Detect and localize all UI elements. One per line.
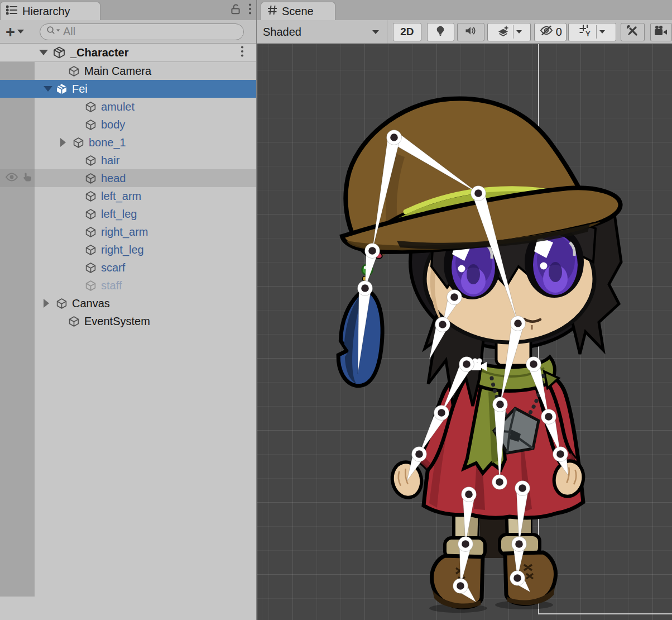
unity-scene-icon bbox=[52, 46, 66, 59]
scene-visibility-button[interactable]: 0 bbox=[534, 23, 567, 41]
hierarchy-item-staff[interactable]: staff bbox=[0, 276, 256, 294]
hierarchy-item-left-arm[interactable]: left_arm bbox=[0, 187, 256, 205]
bone-joint-core bbox=[556, 450, 564, 458]
hierarchy-tabbar: Hierarchy bbox=[0, 0, 256, 20]
scene-effects-dropdown[interactable] bbox=[487, 23, 531, 41]
bone-tassel-3[interactable] bbox=[358, 288, 371, 374]
bone-spine-1[interactable] bbox=[500, 322, 524, 404]
2d-mode-button[interactable]: 2D bbox=[393, 23, 421, 41]
scene-name-label: _Character bbox=[70, 46, 129, 59]
hierarchy-search-field[interactable] bbox=[40, 23, 244, 40]
hierarchy-item-main-camera[interactable]: Main Camera bbox=[0, 62, 256, 80]
gameobject-cube-icon bbox=[85, 190, 97, 202]
grid-axis-icon: Y bbox=[579, 24, 593, 40]
hierarchy-tree: Main Camera Fei amulet body bone_1 hair bbox=[0, 62, 256, 597]
search-icon bbox=[46, 25, 61, 38]
bone-joint-core bbox=[462, 540, 469, 548]
hierarchy-item-fei[interactable]: Fei bbox=[0, 80, 256, 98]
gameobject-cube-icon bbox=[85, 244, 97, 256]
gameobject-cube-icon bbox=[85, 262, 97, 274]
bone-joint-core bbox=[465, 490, 473, 498]
hierarchy-item-eventsystem[interactable]: EventSystem bbox=[0, 312, 256, 330]
bone-joint-core bbox=[514, 319, 522, 327]
collapsed-arrow-icon[interactable] bbox=[60, 138, 66, 147]
bone-joint-core bbox=[368, 247, 376, 255]
bone-joint-core bbox=[415, 450, 423, 458]
scene-grid-icon bbox=[267, 4, 278, 18]
gameobject-cube-icon bbox=[73, 137, 84, 149]
bone-joint-core bbox=[450, 293, 458, 301]
scene-lighting-button[interactable] bbox=[427, 23, 454, 41]
bone-joint-core bbox=[457, 582, 464, 590]
hierarchy-panel: Hierarchy + bbox=[0, 0, 257, 620]
bone-right-leg-1[interactable] bbox=[516, 488, 529, 544]
bone-joint-core bbox=[463, 360, 471, 368]
visibility-eye-icon[interactable] bbox=[5, 173, 18, 184]
scene-tabbar: Scene bbox=[257, 0, 672, 20]
hierarchy-item-bone-1[interactable]: bone_1 bbox=[0, 133, 256, 151]
scene-asset-header[interactable]: _Character bbox=[0, 44, 256, 62]
wrench-pencil-icon bbox=[626, 24, 639, 40]
scene-options-kebab-icon[interactable] bbox=[241, 45, 244, 60]
gameobject-cube-icon bbox=[85, 155, 97, 166]
tab-hierarchy[interactable]: Hierarchy bbox=[0, 2, 100, 20]
bone-joint-core bbox=[438, 409, 445, 417]
gameobject-cube-icon bbox=[85, 101, 97, 113]
hierarchy-item-right-arm[interactable]: right_arm bbox=[0, 223, 256, 241]
scene-camera-button[interactable] bbox=[650, 23, 672, 41]
scene-audio-button[interactable] bbox=[457, 23, 484, 41]
hierarchy-item-left-leg[interactable]: left_leg bbox=[0, 205, 256, 223]
collapsed-arrow-icon[interactable] bbox=[44, 299, 49, 308]
gameobject-cube-icon bbox=[85, 208, 97, 220]
gameobject-cube-icon bbox=[85, 119, 97, 131]
search-input[interactable] bbox=[63, 25, 219, 38]
gameobject-cube-icon bbox=[56, 298, 68, 309]
speaker-icon bbox=[464, 26, 477, 38]
pickability-hand-icon[interactable] bbox=[22, 171, 33, 185]
video-camera-icon bbox=[654, 25, 668, 39]
hierarchy-item-hair[interactable]: hair bbox=[0, 151, 256, 169]
bone-joint-core bbox=[361, 284, 369, 292]
scene-foldout-icon[interactable] bbox=[39, 50, 48, 55]
expand-arrow-icon[interactable] bbox=[44, 86, 52, 92]
hierarchy-item-head[interactable]: head bbox=[0, 169, 256, 187]
grid-caret-icon bbox=[599, 30, 605, 34]
scene-tools-button[interactable] bbox=[621, 23, 645, 41]
scene-toolbar: Shaded 2D 0 Y bbox=[257, 20, 672, 44]
gameobject-cube-icon bbox=[85, 173, 97, 184]
gameobject-cube-icon bbox=[85, 280, 97, 292]
draw-mode-dropdown[interactable]: Shaded bbox=[257, 20, 387, 44]
create-dropdown-caret-icon bbox=[17, 30, 24, 34]
gameobject-cube-icon bbox=[85, 226, 97, 238]
bone-rig-overlay[interactable] bbox=[257, 44, 672, 620]
bone-joint-core bbox=[530, 360, 537, 368]
bone-hat-1[interactable] bbox=[391, 132, 478, 193]
scene-grid-dropdown[interactable]: Y bbox=[568, 23, 616, 41]
bone-joint-core bbox=[474, 189, 482, 197]
gameobject-cube-icon bbox=[68, 65, 80, 77]
hierarchy-toolbar: + bbox=[0, 20, 256, 44]
hierarchy-item-body[interactable]: body bbox=[0, 116, 256, 133]
bone-spine-2[interactable] bbox=[494, 404, 506, 482]
hierarchy-menu-kebab-icon[interactable] bbox=[248, 3, 252, 17]
effects-caret-icon bbox=[516, 30, 522, 34]
bone-joint-core bbox=[513, 574, 521, 582]
svg-text:Y: Y bbox=[585, 30, 591, 37]
bone-joint-core bbox=[439, 321, 447, 328]
hierarchy-item-amulet[interactable]: amulet bbox=[0, 98, 256, 116]
hierarchy-list-icon bbox=[6, 5, 18, 17]
bone-joint-core bbox=[496, 478, 503, 486]
scene-viewport[interactable] bbox=[257, 44, 672, 620]
bone-hat-2[interactable] bbox=[472, 192, 518, 323]
unlock-icon[interactable] bbox=[229, 3, 242, 17]
hierarchy-item-canvas[interactable]: Canvas bbox=[0, 294, 256, 312]
bone-joint-core bbox=[545, 413, 553, 421]
tab-scene[interactable]: Scene bbox=[261, 2, 335, 20]
lightbulb-icon bbox=[435, 25, 446, 39]
hierarchy-item-right-leg[interactable]: right_leg bbox=[0, 241, 256, 259]
bone-tassel-1[interactable] bbox=[372, 136, 400, 251]
create-object-button[interactable]: + bbox=[6, 25, 24, 39]
hierarchy-item-scarf[interactable]: scarf bbox=[0, 259, 256, 276]
scene-panel: Scene Shaded 2D 0 bbox=[257, 0, 672, 620]
bone-joint-core bbox=[519, 484, 526, 492]
